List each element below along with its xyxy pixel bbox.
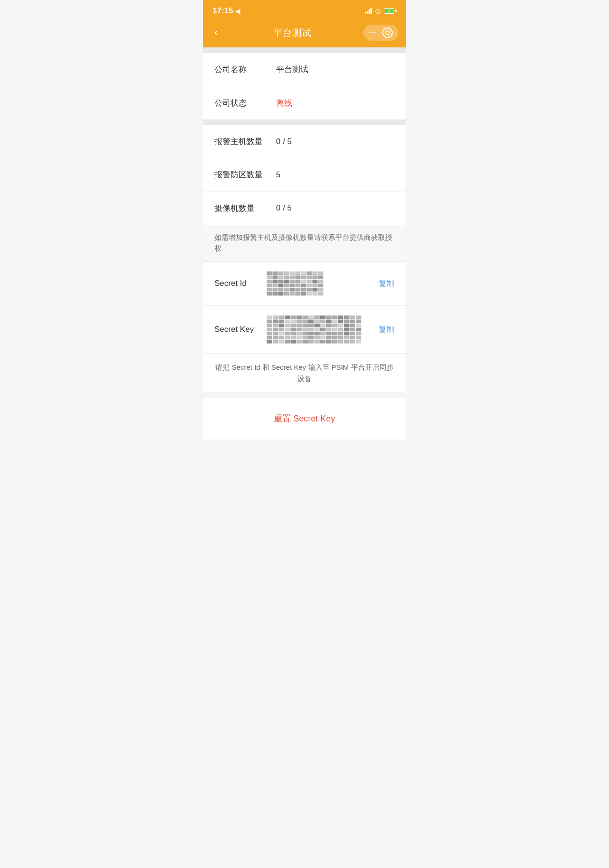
signal-bars-icon xyxy=(365,8,372,14)
alarm-host-count-row: 报警主机数量 0 / 5 xyxy=(203,125,406,158)
alarm-host-count-label: 报警主机数量 xyxy=(214,136,276,147)
section-divider-1 xyxy=(203,119,406,125)
company-status-label: 公司状态 xyxy=(214,98,276,109)
more-button[interactable]: ··· xyxy=(369,28,377,37)
camera-count-label: 摄像机数量 xyxy=(214,203,276,214)
section-divider-top xyxy=(203,47,406,53)
nav-bar: ‹ 平台测试 ··· xyxy=(203,21,406,47)
secret-key-label: Secret Key xyxy=(214,325,267,334)
page-title: 平台测试 xyxy=(273,27,311,39)
secret-key-value xyxy=(267,315,378,344)
secret-id-copy-button[interactable]: 复制 xyxy=(378,276,395,291)
status-bar: 17:15 ◀ ⊙ ⚡ xyxy=(203,0,406,21)
reset-secret-key-button[interactable]: 重置 Secret Key xyxy=(262,409,346,428)
nav-actions: ··· xyxy=(363,25,398,41)
camera-count-row: 摄像机数量 0 / 5 xyxy=(203,192,406,225)
secret-id-row: Secret Id 复制 xyxy=(203,262,406,306)
alarm-zone-count-label: 报警防区数量 xyxy=(214,169,276,180)
record-inner-icon xyxy=(385,30,390,35)
secret-key-row: Secret Key 复制 xyxy=(203,306,406,354)
location-icon: ◀ xyxy=(235,8,240,15)
status-icons: ⊙ ⚡ xyxy=(365,7,397,16)
alarm-zone-count-row: 报警防区数量 5 xyxy=(203,158,406,192)
secret-key-copy-button[interactable]: 复制 xyxy=(378,322,395,337)
secret-section: Secret Id 复制 Secret Key 复制 xyxy=(203,262,406,354)
footer-note: 请把 Secret Id 和 Secret Key 输入至 PSIM 平台开启同… xyxy=(203,354,406,392)
back-button[interactable]: ‹ xyxy=(211,25,221,41)
time-display: 17:15 xyxy=(212,6,233,16)
camera-count-value: 0 / 5 xyxy=(276,203,395,213)
secret-key-pixelated xyxy=(267,315,361,344)
counts-section: 报警主机数量 0 / 5 报警防区数量 5 摄像机数量 0 / 5 xyxy=(203,125,406,225)
reset-section: 重置 Secret Key xyxy=(203,398,406,439)
company-name-value: 平台测试 xyxy=(276,64,395,75)
company-name-row: 公司名称 平台测试 xyxy=(203,53,406,86)
alarm-host-count-value: 0 / 5 xyxy=(276,137,395,146)
secret-id-value xyxy=(267,271,378,296)
status-time: 17:15 ◀ xyxy=(212,6,240,16)
wifi-icon: ⊙ xyxy=(375,7,381,16)
alarm-zone-count-value: 5 xyxy=(276,170,395,180)
company-name-label: 公司名称 xyxy=(214,64,276,75)
company-status-value: 离线 xyxy=(276,98,395,109)
secret-id-pixelated xyxy=(267,271,323,296)
battery-icon: ⚡ xyxy=(384,8,397,14)
record-button[interactable] xyxy=(382,27,393,38)
secret-id-label: Secret Id xyxy=(214,279,267,288)
company-info-section: 公司名称 平台测试 公司状态 离线 xyxy=(203,53,406,119)
company-status-row: 公司状态 离线 xyxy=(203,86,406,119)
notice-banner: 如需增加报警主机及摄像机数量请联系平台提供商获取授权 xyxy=(203,225,406,262)
